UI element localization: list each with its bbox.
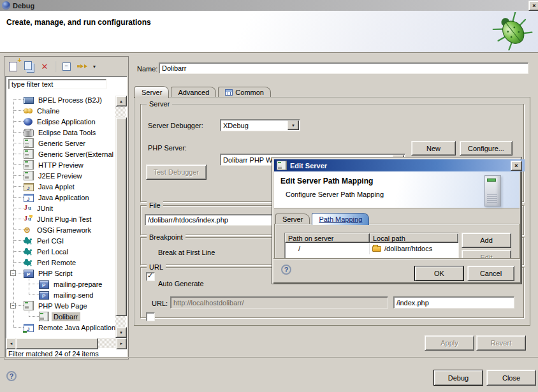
vertical-scroll-thumb[interactable] [115,117,127,316]
scroll-down-icon[interactable]: ▼ [115,327,127,338]
toolbar-menu-arrow-icon[interactable]: ▼ [91,60,98,73]
tree-item-http-preview[interactable]: HTTP Preview [6,159,132,170]
ok-button[interactable]: OK [414,266,464,281]
cell-path-on-server: / [285,243,370,254]
php-file-icon [39,291,49,300]
tree-item-eclipse-application[interactable]: Eclipse Application [6,116,132,127]
tree-item-junit-plugin[interactable]: JUnit Plug-in Test [6,214,132,224]
base-url-input [170,296,388,309]
break-first-line-label: Break at First Line [158,249,215,256]
java-application-icon [24,194,34,202]
scroll-right-icon[interactable]: ► [116,338,127,349]
chaine-search-icon [24,106,33,115]
collapse-expander-icon[interactable]: − [10,270,16,276]
collapse-expander-icon[interactable]: − [10,303,16,309]
chevron-down-icon[interactable]: ▼ [287,120,299,130]
filter-icon[interactable] [76,60,89,73]
tree-item-php-script[interactable]: −PHP Script [6,268,132,279]
tab-server[interactable]: Server [134,86,169,98]
tree-item-java-application[interactable]: Java Application [6,192,132,203]
database-icon [24,129,34,137]
scroll-up-icon[interactable]: ▲ [115,96,127,106]
column-header-local-path[interactable]: Local path [370,233,458,243]
cancel-button[interactable]: Cancel [467,266,514,281]
server-debugger-select[interactable]: XDebug ▼ [220,119,300,131]
horizontal-scroll-thumb[interactable] [15,338,98,349]
eclipse-application-icon [24,118,33,126]
tree-item-generic-server-external[interactable]: Generic Server(External La [6,149,132,159]
path-mapping-table[interactable]: Path on server Local path / /dolibarr/ht… [284,233,459,261]
window-title: Debug [13,2,34,10]
table-row[interactable]: / /dolibarr/htdocs [285,243,458,254]
tab-advanced[interactable]: Advanced [171,87,216,98]
collapse-all-icon[interactable]: − [60,60,73,73]
close-button[interactable]: Close [486,370,536,386]
server-debugger-label: Server Debugger: [148,122,203,129]
tab-common[interactable]: Common [218,87,271,98]
url-label: URL: [152,300,168,307]
file-group-title: File [147,201,163,210]
add-mapping-button[interactable]: Add [462,233,511,248]
revert-button[interactable]: Revert [476,335,526,351]
filter-input[interactable] [8,79,106,89]
tree-item-perl-remote[interactable]: Perl Remote [6,257,132,268]
tree-item-osgi[interactable]: OSGi Framework [6,224,132,235]
tree-horizontal-scrollbar[interactable]: ◄ ► [6,338,127,348]
tree-item-perl-local[interactable]: Perl Local [6,246,132,257]
configure-server-button[interactable]: Configure... [460,141,513,156]
auto-generate-label: Auto Generate [158,280,204,287]
server-icon [24,171,34,180]
dialog-tab-server[interactable]: Server [275,214,310,224]
help-icon[interactable]: ? [6,371,17,381]
server-icon [24,149,34,159]
debug-configurations-window: Debug × Create, manage, and run configur… [0,0,538,392]
window-close-button[interactable]: × [528,1,538,11]
tree-item-remote-java[interactable]: Remote Java Application [6,322,132,333]
tree-item-bpel[interactable]: BPEL Process (B2J) [6,94,132,105]
title-bar[interactable]: Debug × [0,0,538,11]
dialog-tab-path-mapping[interactable]: Path Mapping [312,213,369,225]
php-web-page-icon [24,301,34,310]
new-config-icon[interactable] [6,60,19,73]
dialog-help-icon[interactable]: ? [281,265,291,275]
tree-item-chaine[interactable]: Chaîne [6,105,132,116]
toolbar-separator [55,61,56,72]
server-group-title: Server [147,100,172,108]
url-path-input[interactable] [393,296,514,309]
tree-item-eclipse-data-tools[interactable]: Eclipse Data Tools [6,127,132,138]
dialog-subheading: Configure Server Path Mapping [286,191,384,198]
dialog-header: Edit Server Path Mapping Configure Serve… [274,171,520,208]
java-applet-icon [24,183,34,191]
tree-vertical-scrollbar[interactable]: ▲ ▼ [115,96,126,338]
footer-separator [0,357,538,358]
duplicate-config-icon[interactable] [22,60,35,73]
tree-item-java-applet[interactable]: Java Applet [6,181,132,192]
test-debugger-button[interactable]: Test Debugger [146,164,207,180]
tree-item-junit[interactable]: JUnit [6,203,132,214]
dialog-close-button[interactable]: × [511,161,522,171]
dialog-title-bar[interactable]: Edit Server × [274,159,525,171]
apply-button[interactable]: Apply [425,335,474,351]
server-icon [24,138,34,148]
column-header-path-on-server[interactable]: Path on server [285,233,370,243]
junit-plugin-icon [24,215,33,224]
tree-item-generic-server[interactable]: Generic Server [6,138,132,149]
new-server-button[interactable]: New [411,141,456,156]
auto-generate-checkbox[interactable] [146,312,155,321]
tree-item-j2ee-preview[interactable]: J2EE Preview [6,170,132,181]
main-tab-bar: Server Advanced Common [134,85,273,98]
bug-icon [492,12,533,50]
tree-item-perl-cgi[interactable]: Perl CGI [6,235,132,246]
tree-container: BPEL Process (B2J) Chaîne Eclipse Applic… [5,76,127,358]
php-script-icon [24,270,34,278]
name-input[interactable] [159,62,528,74]
dialog-button-bar: ? OK Cancel [273,258,520,282]
url-group-title: URL [147,263,166,272]
perl-camel-icon [24,248,33,257]
dialog-title: Edit Server [290,162,327,170]
debug-button[interactable]: Debug [433,370,483,386]
delete-config-icon[interactable]: ✕ [38,60,51,73]
dialog-heading: Edit Server Path Mapping [280,177,373,185]
tree-item-php-web-page[interactable]: −PHP Web Page [6,300,132,311]
table-icon [225,89,233,96]
